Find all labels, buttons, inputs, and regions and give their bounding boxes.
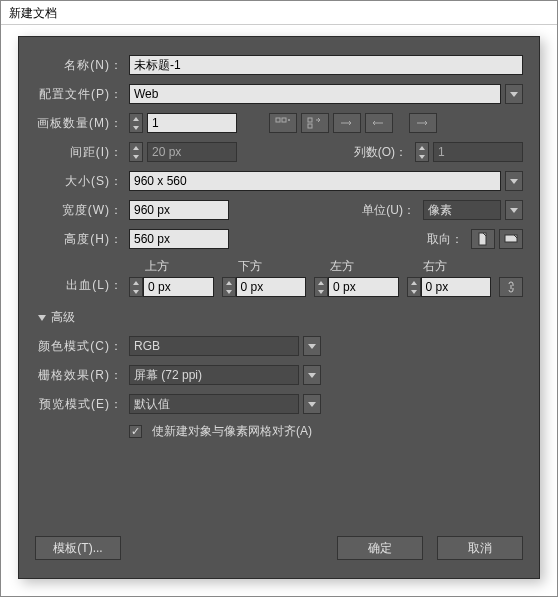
colormode-select[interactable]: RGB [129,336,299,356]
svg-rect-2 [308,118,312,122]
new-document-dialog: 新建文档 名称(N)： 未标题-1 配置文件(P)： Web 画板数量(M)： [0,0,558,597]
bleed-right-spinner[interactable] [407,277,421,297]
svg-rect-1 [282,118,286,122]
align-checkbox[interactable]: ✓ [129,425,142,438]
raster-select[interactable]: 屏幕 (72 ppi) [129,365,299,385]
title-bar: 新建文档 [1,1,557,25]
orientation-label: 取向： [427,231,463,248]
portrait-icon[interactable] [471,229,495,249]
bleed-left-label: 左方 [314,258,399,275]
preview-label: 预览模式(E)： [35,396,129,413]
svg-rect-0 [276,118,280,122]
bleed-bottom-input[interactable]: 0 px [236,277,307,297]
colormode-dropdown-icon[interactable] [303,336,321,356]
units-label: 单位(U)： [362,202,415,219]
units-dropdown-icon[interactable] [505,200,523,220]
bleed-bottom-label: 下方 [222,258,307,275]
cancel-button[interactable]: 取消 [437,536,523,560]
name-input[interactable]: 未标题-1 [129,55,523,75]
artboards-label: 画板数量(M)： [35,115,129,132]
link-bleed-icon[interactable] [499,277,523,297]
size-dropdown-icon[interactable] [505,171,523,191]
profile-select[interactable]: Web [129,84,501,104]
raster-dropdown-icon[interactable] [303,365,321,385]
bleed-right-input[interactable]: 0 px [421,277,492,297]
advanced-toggle[interactable]: 高级 [39,309,523,326]
advanced-label: 高级 [51,309,75,326]
columns-input: 1 [433,142,523,162]
bleed-left-input[interactable]: 0 px [328,277,399,297]
artboards-input[interactable]: 1 [147,113,237,133]
spacing-label: 间距(I)： [35,144,129,161]
dialog-panel: 名称(N)： 未标题-1 配置文件(P)： Web 画板数量(M)： 1 [18,36,540,579]
spacing-spinner [129,142,143,162]
disclosure-triangle-icon [38,315,46,321]
bleed-top-input[interactable]: 0 px [143,277,214,297]
profile-label: 配置文件(P)： [35,86,129,103]
grid-row-icon[interactable] [269,113,297,133]
title-text: 新建文档 [9,6,57,20]
ok-button[interactable]: 确定 [337,536,423,560]
row-rtl-icon[interactable] [365,113,393,133]
grid-col-icon[interactable] [301,113,329,133]
columns-spinner [415,142,429,162]
bleed-label: 出血(L)： [35,277,129,297]
units-select[interactable]: 像素 [423,200,501,220]
width-input[interactable]: 960 px [129,200,229,220]
artboards-spinner[interactable] [129,113,143,133]
name-label: 名称(N)： [35,57,129,74]
row-ltr-icon[interactable] [333,113,361,133]
templates-button[interactable]: 模板(T)... [35,536,121,560]
bleed-top-label: 上方 [129,258,214,275]
bleed-right-label: 右方 [407,258,492,275]
raster-label: 栅格效果(R)： [35,367,129,384]
colormode-label: 颜色模式(C)： [35,338,129,355]
columns-label: 列数(O)： [354,144,407,161]
width-label: 宽度(W)： [35,202,129,219]
align-label: 使新建对象与像素网格对齐(A) [152,423,312,440]
preview-select[interactable]: 默认值 [129,394,299,414]
bleed-top-spinner[interactable] [129,277,143,297]
arrange-icon[interactable] [409,113,437,133]
size-select[interactable]: 960 x 560 [129,171,501,191]
height-label: 高度(H)： [35,231,129,248]
height-input[interactable]: 560 px [129,229,229,249]
bleed-left-spinner[interactable] [314,277,328,297]
size-label: 大小(S)： [35,173,129,190]
preview-dropdown-icon[interactable] [303,394,321,414]
spacing-input: 20 px [147,142,237,162]
bleed-bottom-spinner[interactable] [222,277,236,297]
profile-dropdown-icon[interactable] [505,84,523,104]
landscape-icon[interactable] [499,229,523,249]
svg-rect-3 [308,124,312,128]
